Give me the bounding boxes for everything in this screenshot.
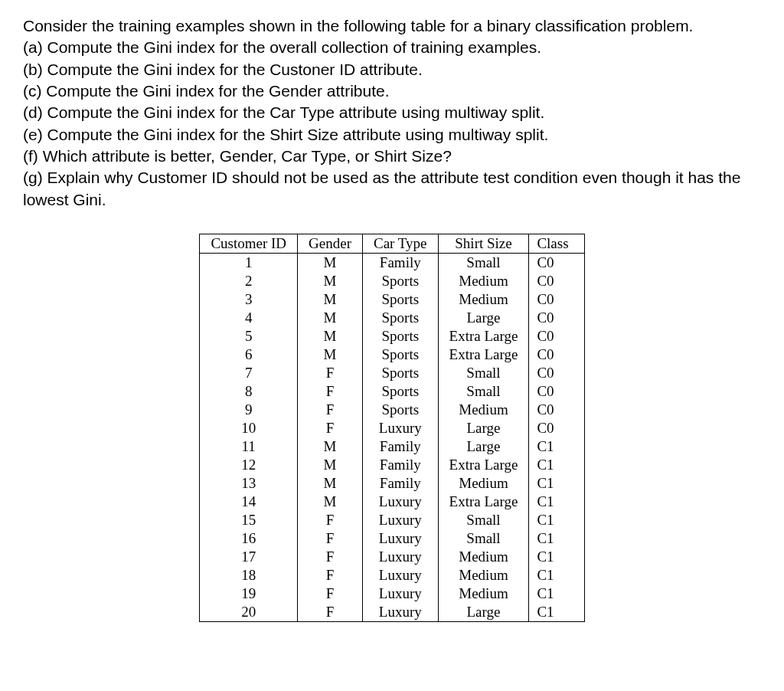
- cell-customer-id: 16: [200, 529, 298, 548]
- cell-gender: F: [298, 585, 363, 603]
- cell-class: C0: [529, 401, 584, 419]
- table-row: 12MFamilyExtra LargeC1: [200, 456, 584, 474]
- cell-shirt-size: Small: [438, 364, 529, 382]
- col-gender: Gender: [298, 234, 363, 254]
- cell-class: C0: [529, 327, 584, 346]
- question-text: Consider the training examples shown in …: [23, 15, 761, 211]
- cell-class: C1: [529, 566, 584, 585]
- cell-shirt-size: Medium: [438, 548, 529, 566]
- cell-customer-id: 1: [200, 254, 298, 273]
- table-row: 4MSportsLargeC0: [200, 309, 584, 327]
- part-b: (b) Compute the Gini index for the Custo…: [23, 59, 761, 80]
- table-row: 2MSportsMediumC0: [200, 272, 584, 290]
- col-class: Class: [529, 234, 584, 254]
- cell-car-type: Sports: [363, 309, 439, 327]
- col-shirt-size: Shirt Size: [438, 234, 529, 254]
- cell-shirt-size: Small: [438, 511, 529, 529]
- cell-customer-id: 7: [200, 364, 298, 382]
- cell-shirt-size: Medium: [438, 401, 529, 419]
- cell-gender: F: [298, 566, 363, 585]
- cell-customer-id: 18: [200, 566, 298, 585]
- cell-car-type: Luxury: [363, 529, 439, 548]
- cell-customer-id: 20: [200, 603, 298, 622]
- cell-class: C0: [529, 254, 584, 273]
- cell-car-type: Luxury: [363, 511, 439, 529]
- cell-shirt-size: Large: [438, 309, 529, 327]
- cell-car-type: Family: [363, 474, 439, 493]
- table-row: 19FLuxuryMediumC1: [200, 585, 584, 603]
- cell-customer-id: 17: [200, 548, 298, 566]
- table-wrap: Customer ID Gender Car Type Shirt Size C…: [23, 234, 761, 622]
- cell-gender: M: [298, 474, 363, 493]
- cell-customer-id: 4: [200, 309, 298, 327]
- table-row: 16FLuxurySmallC1: [200, 529, 584, 548]
- col-car-type: Car Type: [363, 234, 439, 254]
- table-row: 5MSportsExtra LargeC0: [200, 327, 584, 346]
- cell-class: C1: [529, 474, 584, 493]
- cell-class: C1: [529, 511, 584, 529]
- cell-gender: F: [298, 511, 363, 529]
- cell-car-type: Sports: [363, 401, 439, 419]
- cell-shirt-size: Medium: [438, 290, 529, 309]
- table-row: 6MSportsExtra LargeC0: [200, 346, 584, 364]
- part-a: (a) Compute the Gini index for the overa…: [23, 37, 761, 58]
- table-row: 9FSportsMediumC0: [200, 401, 584, 419]
- table-row: 1MFamilySmallC0: [200, 254, 584, 273]
- cell-car-type: Luxury: [363, 548, 439, 566]
- cell-class: C1: [529, 548, 584, 566]
- cell-shirt-size: Large: [438, 419, 529, 437]
- cell-gender: F: [298, 529, 363, 548]
- cell-gender: F: [298, 382, 363, 401]
- part-f: (f) Which attribute is better, Gender, C…: [23, 146, 761, 167]
- cell-class: C0: [529, 364, 584, 382]
- cell-shirt-size: Medium: [438, 272, 529, 290]
- cell-gender: F: [298, 419, 363, 437]
- cell-class: C0: [529, 382, 584, 401]
- cell-shirt-size: Small: [438, 382, 529, 401]
- cell-shirt-size: Medium: [438, 474, 529, 493]
- cell-car-type: Luxury: [363, 603, 439, 622]
- cell-class: C0: [529, 419, 584, 437]
- cell-shirt-size: Small: [438, 254, 529, 273]
- cell-gender: F: [298, 364, 363, 382]
- cell-gender: M: [298, 290, 363, 309]
- cell-customer-id: 10: [200, 419, 298, 437]
- table-row: 18FLuxuryMediumC1: [200, 566, 584, 585]
- cell-class: C0: [529, 309, 584, 327]
- cell-gender: M: [298, 456, 363, 474]
- cell-gender: M: [298, 254, 363, 273]
- part-g: (g) Explain why Customer ID should not b…: [23, 167, 761, 211]
- table-row: 13MFamilyMediumC1: [200, 474, 584, 493]
- cell-customer-id: 6: [200, 346, 298, 364]
- table-row: 7FSportsSmallC0: [200, 364, 584, 382]
- cell-gender: M: [298, 272, 363, 290]
- col-customer-id: Customer ID: [200, 234, 298, 254]
- cell-class: C0: [529, 272, 584, 290]
- cell-class: C1: [529, 493, 584, 511]
- cell-gender: M: [298, 309, 363, 327]
- cell-car-type: Sports: [363, 364, 439, 382]
- cell-shirt-size: Small: [438, 529, 529, 548]
- cell-customer-id: 2: [200, 272, 298, 290]
- cell-car-type: Family: [363, 437, 439, 456]
- cell-customer-id: 14: [200, 493, 298, 511]
- cell-customer-id: 12: [200, 456, 298, 474]
- cell-gender: F: [298, 401, 363, 419]
- cell-car-type: Sports: [363, 382, 439, 401]
- training-table: Customer ID Gender Car Type Shirt Size C…: [199, 234, 584, 622]
- part-c: (c) Compute the Gini index for the Gende…: [23, 80, 761, 102]
- cell-class: C1: [529, 437, 584, 456]
- cell-class: C1: [529, 603, 584, 622]
- cell-customer-id: 8: [200, 382, 298, 401]
- cell-shirt-size: Extra Large: [438, 346, 529, 364]
- cell-class: C1: [529, 585, 584, 603]
- cell-car-type: Luxury: [363, 419, 439, 437]
- cell-shirt-size: Extra Large: [438, 327, 529, 346]
- cell-shirt-size: Extra Large: [438, 493, 529, 511]
- cell-car-type: Sports: [363, 272, 439, 290]
- table-row: 3MSportsMediumC0: [200, 290, 584, 309]
- table-body: 1MFamilySmallC02MSportsMediumC03MSportsM…: [200, 254, 584, 622]
- cell-shirt-size: Medium: [438, 566, 529, 585]
- table-row: 10FLuxuryLargeC0: [200, 419, 584, 437]
- cell-gender: M: [298, 437, 363, 456]
